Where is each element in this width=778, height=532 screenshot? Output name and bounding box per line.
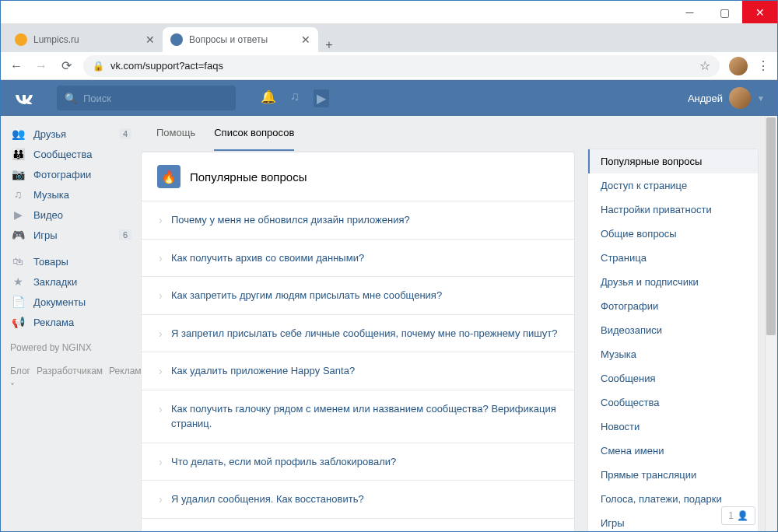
browser-window: ─ ▢ ✕ Lumpics.ru ✕ Вопросы и ответы ✕ + … (0, 0, 778, 532)
nav-reload-button[interactable]: ⟳ (58, 58, 74, 73)
browser-menu-button[interactable]: ⋮ (757, 58, 769, 73)
sidebar-item-icon: 🛍 (10, 255, 26, 268)
question-item[interactable]: Как запретить другим людям присылать мне… (142, 276, 574, 314)
category-item[interactable]: Фотографии (588, 294, 758, 318)
window-close-button[interactable]: ✕ (742, 1, 777, 23)
category-item[interactable]: Доступ к странице (588, 173, 758, 198)
question-item[interactable]: Как удалить приложение Happy Santa? (142, 352, 574, 390)
nav-forward-button[interactable]: → (33, 59, 49, 73)
window-maximize-button[interactable]: ▢ (707, 1, 742, 23)
tab-question-list[interactable]: Список вопросов (214, 127, 294, 151)
window-titlebar: ─ ▢ ✕ (1, 1, 777, 24)
fire-icon: 🔥 (157, 165, 180, 188)
sidebar-item-label: Игры (33, 229, 58, 241)
sidebar-item[interactable]: ▶Видео (1, 205, 141, 225)
sidebar-item-icon: 👥 (10, 128, 26, 140)
vk-logo[interactable] (13, 92, 44, 104)
category-item[interactable]: Сообщения (588, 366, 758, 390)
sidebar-item-icon: ♫ (10, 188, 26, 201)
search-placeholder: Поиск (83, 93, 111, 104)
sidebar-item-label: Видео (33, 209, 63, 221)
popular-questions-card: 🔥 Популярные вопросы Почему у меня не об… (141, 152, 575, 531)
notifications-icon[interactable]: 🔔 (261, 89, 276, 107)
powered-by: Powered by NGINX (10, 340, 131, 357)
category-item[interactable]: Смена имени (588, 439, 758, 463)
tab-title: Lumpics.ru (33, 34, 139, 45)
sidebar-badge: 6 (119, 229, 131, 240)
page-content: 👥Друзья4👪Сообщества📷Фотографии♫Музыка▶Ви… (1, 116, 777, 531)
footer-link[interactable]: Разработчикам (37, 366, 103, 376)
question-item[interactable]: Как удалить страницу, к которой нет дост… (142, 518, 574, 532)
category-item[interactable]: Настройки приватности (588, 198, 758, 222)
sidebar-item-icon: 👪 (10, 148, 26, 160)
question-item[interactable]: Я запретил присылать себе личные сообщен… (142, 314, 574, 352)
category-item[interactable]: Видеозаписи (588, 318, 758, 342)
person-icon: 👤 (737, 510, 748, 521)
categories-sidebar: Популярные вопросыДоступ к страницеНастр… (587, 149, 759, 531)
sidebar-item-label: Музыка (33, 189, 69, 201)
question-item[interactable]: Я удалил сообщения. Как восстановить? (142, 480, 574, 518)
question-item[interactable]: Как получить архив со своими данными? (142, 239, 574, 277)
sidebar-item[interactable]: 🛍Товары (1, 251, 141, 271)
category-item[interactable]: Друзья и подписчики (588, 270, 758, 294)
question-item[interactable]: Что делать, если мой профиль заблокирова… (142, 443, 574, 481)
category-item[interactable]: Новости (588, 415, 758, 439)
window-minimize-button[interactable]: ─ (672, 1, 707, 23)
tab-help[interactable]: Помощь (156, 127, 195, 151)
sidebar-item[interactable]: 👪Сообщества (1, 144, 141, 164)
left-sidebar: 👥Друзья4👪Сообщества📷Фотографии♫Музыка▶Ви… (1, 116, 141, 531)
sidebar-item-icon: ▶ (10, 208, 26, 221)
question-item[interactable]: Почему у меня не обновился дизайн прилож… (142, 201, 574, 239)
search-icon: 🔍 (65, 93, 77, 104)
new-tab-button[interactable]: + (318, 38, 340, 52)
question-item[interactable]: Как получить галочку рядом с именем или … (142, 390, 574, 443)
favicon-icon (15, 33, 27, 46)
widget-count: 1 (728, 510, 734, 521)
tab-close-icon[interactable]: ✕ (145, 33, 155, 46)
sidebar-item[interactable]: 📢Реклама (1, 312, 141, 332)
sidebar-item-label: Реклама (33, 317, 74, 328)
sidebar-item-label: Друзья (33, 128, 66, 140)
sidebar-item-label: Закладки (33, 276, 77, 288)
footer-link[interactable]: Блог (10, 366, 30, 376)
profile-avatar[interactable] (729, 57, 748, 75)
user-name: Андрей (688, 93, 723, 104)
tab-close-icon[interactable]: ✕ (301, 33, 310, 46)
sidebar-item[interactable]: ♫Музыка (1, 184, 141, 205)
sidebar-item-label: Сообщества (33, 149, 93, 160)
play-icon[interactable]: ▶ (314, 89, 329, 107)
browser-tabs: Lumpics.ru ✕ Вопросы и ответы ✕ + (1, 24, 777, 52)
sidebar-item[interactable]: 📷Фотографии (1, 164, 141, 184)
vk-header: 🔍 Поиск 🔔 ♫ ▶ Андрей ▼ (1, 80, 777, 116)
card-title: Популярные вопросы (190, 170, 307, 184)
category-item[interactable]: Прямые трансляции (588, 463, 758, 487)
online-widget[interactable]: 1 👤 (721, 506, 755, 525)
address-bar: ← → ⟳ 🔒 vk.com/support?act=faqs ☆ ⋮ (1, 52, 777, 80)
category-item[interactable]: Музыка (588, 342, 758, 366)
category-item[interactable]: Страница (588, 246, 758, 270)
sidebar-item-icon: 📄 (10, 296, 26, 308)
browser-tab-vk[interactable]: Вопросы и ответы ✕ (163, 27, 318, 52)
music-icon[interactable]: ♫ (290, 89, 300, 107)
sidebar-item[interactable]: 📄Документы (1, 292, 141, 312)
nav-back-button[interactable]: ← (9, 59, 24, 73)
sidebar-item-label: Товары (33, 256, 68, 268)
sidebar-item-icon: 🎮 (10, 229, 26, 241)
sidebar-item-icon: 📢 (10, 316, 26, 328)
sidebar-item[interactable]: 👥Друзья4 (1, 124, 141, 144)
scrollbar-thumb[interactable] (766, 117, 776, 335)
chevron-down-icon: ▼ (757, 94, 765, 103)
url-input[interactable]: 🔒 vk.com/support?act=faqs ☆ (83, 55, 720, 77)
scrollbar-track[interactable] (765, 116, 777, 531)
inner-tabs: Помощь Список вопросов (141, 116, 575, 152)
sidebar-item[interactable]: ★Закладки (1, 271, 141, 292)
sidebar-item-label: Фотографии (33, 169, 91, 180)
sidebar-item[interactable]: 🎮Игры6 (1, 225, 141, 245)
category-item[interactable]: Общие вопросы (588, 222, 758, 246)
browser-tab-lumpics[interactable]: Lumpics.ru ✕ (7, 27, 163, 52)
vk-search-input[interactable]: 🔍 Поиск (57, 86, 236, 110)
vk-user-menu[interactable]: Андрей ▼ (688, 87, 765, 109)
category-item[interactable]: Популярные вопросы (588, 149, 758, 173)
bookmark-star-icon[interactable]: ☆ (699, 58, 710, 73)
category-item[interactable]: Сообщества (588, 390, 758, 415)
